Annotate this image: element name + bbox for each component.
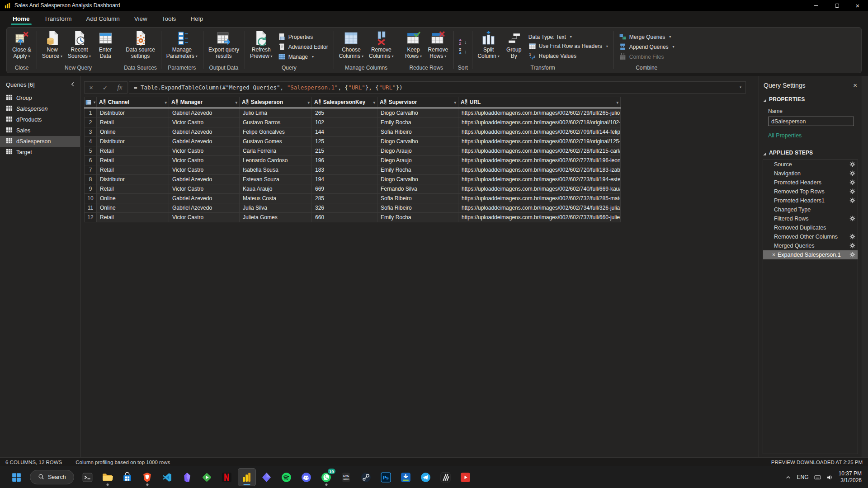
query-item-dsalesperson[interactable]: dSalesperson [0, 136, 80, 147]
cell-channel[interactable]: Distributor [97, 108, 169, 118]
cell-url[interactable]: https://uploaddeimagens.com.br/images/00… [458, 165, 621, 175]
cell-channel[interactable]: Online [97, 194, 169, 203]
step-settings-gear-icon[interactable] [849, 216, 855, 221]
language-indicator[interactable]: ENG [797, 474, 809, 480]
table-row[interactable]: 5RetailVictor CastroCarla Ferreira215Die… [84, 146, 621, 156]
cell-salespersonkey[interactable]: 194 [312, 175, 377, 184]
cell-salesperson[interactable]: Gustavo Barros [240, 118, 312, 127]
chevron-left-icon[interactable] [71, 81, 75, 88]
cell-channel[interactable]: Retail [97, 156, 169, 165]
cell-salespersonkey[interactable]: 669 [312, 184, 377, 194]
step-settings-gear-icon[interactable] [849, 161, 855, 167]
enter-data-button[interactable]: Enter Data [94, 29, 117, 64]
replace-values-button[interactable]: 12Replace Values [528, 52, 608, 60]
chevron-up-icon[interactable] [785, 474, 792, 481]
advanced-editor-button[interactable]: Advanced Editor [278, 43, 328, 51]
taskbar-green-diamond[interactable] [198, 468, 216, 486]
cell-salespersonkey[interactable]: 196 [312, 156, 377, 165]
tab-tools[interactable]: Tools [155, 11, 184, 26]
query-name-input[interactable] [768, 117, 854, 126]
column-header-salesperson[interactable]: ABCSalesperson▾ [240, 97, 312, 108]
cell-salesperson[interactable]: Julio Lima [240, 108, 312, 118]
table-row[interactable]: 11OnlineGabriel AzevedoJulia Silva326Sof… [84, 203, 621, 213]
taskbar-telegram[interactable] [417, 468, 435, 486]
table-row[interactable]: 12RetailVictor CastroJulieta Gomes660Emi… [84, 213, 621, 222]
cell-manager[interactable]: Victor Castro [169, 213, 240, 222]
taskbar-steam[interactable] [357, 468, 375, 486]
taskbar-obsidian[interactable] [178, 468, 196, 486]
step-settings-gear-icon[interactable] [849, 197, 855, 203]
merge-queries-button[interactable]: Merge Queries▾ [619, 33, 675, 41]
cell-channel[interactable]: Retail [97, 213, 169, 222]
filter-icon[interactable]: ▾ [373, 100, 375, 105]
applied-step-changed-type[interactable]: Changed Type [763, 205, 858, 214]
cell-channel[interactable]: Retail [97, 146, 169, 156]
manage-button[interactable]: Manage▾ [278, 53, 328, 61]
cell-salesperson[interactable]: Felipe Goncalves [240, 127, 312, 137]
cell-url[interactable]: https://uploaddeimagens.com.br/images/00… [458, 146, 621, 156]
cell-manager[interactable]: Gabriel Azevedo [169, 127, 240, 137]
cell-supervisor[interactable]: Diogo Carvalho [377, 175, 458, 184]
applied-step-promoted-headers[interactable]: Promoted Headers [763, 178, 858, 187]
filter-icon[interactable]: ▾ [235, 100, 237, 105]
cell-channel[interactable]: Distributor [97, 175, 169, 184]
filter-icon[interactable]: ▾ [307, 100, 310, 105]
filter-icon[interactable]: ▾ [165, 100, 167, 105]
data-type-text-button[interactable]: Data Type: Text▾ [528, 34, 608, 40]
taskbar-video-app[interactable] [437, 468, 455, 486]
cell-manager[interactable]: Gabriel Azevedo [169, 108, 240, 118]
taskbar-purple-diamond[interactable] [258, 468, 276, 486]
applied-step-removed-duplicates[interactable]: Removed Duplicates [763, 223, 858, 232]
taskbar-search[interactable]: Search [30, 470, 74, 484]
collapse-triangle-icon[interactable] [763, 151, 766, 155]
formula-input[interactable]: = Table.ExpandTableColumn(#"Merged Queri… [129, 81, 746, 94]
table-row[interactable]: 9RetailVictor CastroKaua Araujo669Fernan… [84, 184, 621, 194]
volume-icon[interactable] [826, 474, 833, 481]
taskbar-netflix[interactable] [218, 468, 236, 486]
minimize-icon[interactable] [806, 0, 826, 11]
taskbar-photoshop[interactable]: Ps [377, 468, 395, 486]
data-source-settings-button[interactable]: Data source settings [123, 29, 157, 64]
formula-expand-icon[interactable]: ▾ [739, 84, 742, 89]
table-row[interactable]: 1DistributorGabriel AzevedoJulio Lima265… [84, 108, 621, 118]
touch-keyboard-icon[interactable] [814, 474, 821, 481]
taskbar-whatsapp[interactable]: 19 [317, 468, 335, 486]
cell-supervisor[interactable]: Sofia Ribeiro [377, 127, 458, 137]
filter-icon[interactable]: ▾ [616, 100, 618, 105]
select-all-corner[interactable]: ▾ [84, 97, 97, 108]
cell-salespersonkey[interactable]: 102 [312, 118, 377, 127]
applied-step-filtered-rows[interactable]: Filtered Rows [763, 214, 858, 223]
all-properties-link[interactable]: All Properties [768, 132, 802, 139]
new-source-button[interactable]: New Source▾ [40, 29, 65, 64]
query-item-salesperson[interactable]: Salesperson [0, 103, 80, 114]
cell-url[interactable]: https://uploaddeimagens.com.br/images/00… [458, 108, 621, 118]
taskbar-red-media-app[interactable] [457, 468, 475, 486]
cell-url[interactable]: https://uploaddeimagens.com.br/images/00… [458, 203, 621, 213]
tab-view[interactable]: View [127, 11, 155, 26]
recent-sources-button[interactable]: Recent Sources▾ [66, 29, 93, 64]
collapse-triangle-icon[interactable] [763, 98, 766, 101]
cell-url[interactable]: https://uploaddeimagens.com.br/images/00… [458, 127, 621, 137]
taskbar-file-explorer[interactable] [99, 468, 117, 486]
cell-supervisor[interactable]: Emily Rocha [377, 213, 458, 222]
cell-url[interactable]: https://uploaddeimagens.com.br/images/00… [458, 156, 621, 165]
step-settings-gear-icon[interactable] [849, 234, 855, 239]
step-settings-gear-icon[interactable] [849, 243, 855, 249]
append-queries-button[interactable]: Append Queries▾ [619, 43, 675, 51]
cell-salespersonkey[interactable]: 660 [312, 213, 377, 222]
sort-za-icon-button[interactable]: ZA↓ [459, 48, 467, 55]
taskbar-discord[interactable] [297, 468, 316, 486]
cell-supervisor[interactable]: Diogo Carvalho [377, 137, 458, 146]
cell-manager[interactable]: Victor Castro [169, 165, 240, 175]
tab-transform[interactable]: Transform [37, 11, 79, 26]
step-settings-gear-icon[interactable] [849, 252, 855, 258]
close-icon[interactable]: × [853, 81, 857, 89]
cell-url[interactable]: https://uploaddeimagens.com.br/images/00… [458, 175, 621, 184]
group-by-button[interactable]: Group By [503, 29, 525, 64]
fx-icon[interactable]: fx [116, 84, 124, 91]
applied-step-navigation[interactable]: Navigation [763, 169, 858, 178]
checkmark-icon[interactable]: ✓ [101, 84, 110, 91]
cell-manager[interactable]: Victor Castro [169, 184, 240, 194]
column-header-url[interactable]: ABCURL▾ [458, 97, 621, 108]
cell-salesperson[interactable]: Gustavo Gomes [240, 137, 312, 146]
